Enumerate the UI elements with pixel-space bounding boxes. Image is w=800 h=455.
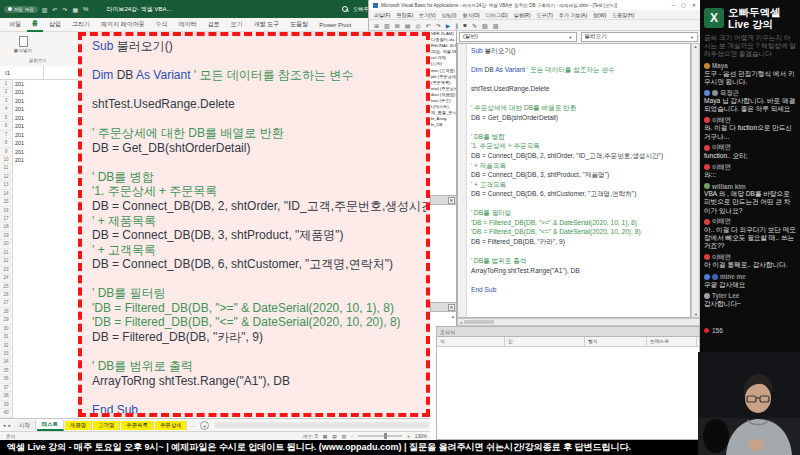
find-icon[interactable]: ◎	[415, 22, 420, 29]
project-tree-item[interactable]: mer (고객명)	[430, 68, 456, 74]
project-tree-item[interactable]: le_DB	[430, 122, 456, 128]
excel-view-icon[interactable]: ⊞	[374, 22, 379, 29]
chat-avatar-icon	[704, 219, 710, 225]
zoom-out-button[interactable]: -	[351, 434, 353, 439]
vba-menu-창(W)[interactable]: 창(W)	[593, 12, 606, 18]
reset-icon[interactable]: ■	[463, 22, 467, 28]
project-explorer[interactable]: VER.XLAM)다중필터.xlaRSONAL.XLSB)24강- 엑셀 VBc…	[430, 31, 457, 195]
vba-menu-형식(O)[interactable]: 형식(O)	[462, 12, 479, 18]
scroll-left-icon[interactable]: ◂	[460, 320, 462, 325]
ribbon-tab-홈[interactable]: 홈	[27, 17, 43, 32]
close-icon[interactable]: ✕	[448, 197, 455, 204]
zoom-level[interactable]: 130%	[415, 434, 427, 439]
ribbon-tab-보기[interactable]: 보기	[226, 18, 248, 31]
close-icon[interactable]: ✕	[448, 304, 455, 311]
object-dropdown[interactable]: (일반) ▼	[459, 32, 577, 42]
ribbon-tab-도움말[interactable]: 도움말	[285, 18, 313, 31]
name-box[interactable]: I1	[0, 66, 44, 80]
properties-icon[interactable]: ▨	[493, 22, 499, 29]
add-sheet-button[interactable]: +	[200, 421, 209, 430]
redo-icon[interactable]: ↷	[62, 6, 67, 13]
undo-icon[interactable]: ↶	[426, 22, 431, 29]
vba-menu-디버그(D)[interactable]: 디버그(D)	[486, 12, 508, 18]
paste-icon[interactable]: ▤	[405, 22, 411, 29]
undo-icon[interactable]: ↶	[52, 6, 57, 13]
sheet-tab-overflow[interactable]: ...	[188, 422, 197, 428]
zoom-slider[interactable]	[358, 435, 402, 437]
presenter-figure	[698, 352, 800, 455]
ribbon-tab-삽입[interactable]: 삽입	[44, 18, 66, 31]
vba-menu-보기(V)[interactable]: 보기(V)	[419, 12, 436, 18]
sheet-tab-시작[interactable]: 시작	[14, 421, 36, 430]
save-icon[interactable]: ▥	[42, 6, 48, 13]
paste-button[interactable]: 붙여넣기	[6, 35, 40, 57]
sheet-tab-제품명[interactable]: 제품명	[65, 421, 92, 430]
vba-menu-삽입(I)[interactable]: 삽입(I)	[442, 12, 457, 18]
sheet-tab-고객명[interactable]: 고객명	[93, 421, 120, 430]
chat-author: Maya	[712, 62, 728, 69]
procedure-dropdown[interactable]: 불러오기 ▼	[581, 32, 699, 42]
break-icon[interactable]: ∥	[455, 22, 458, 29]
ribbon-tab-검토[interactable]: 검토	[203, 18, 225, 31]
vba-menu-도움말(H)[interactable]: 도움말(H)	[612, 12, 634, 18]
scrollbar-thumb[interactable]	[464, 320, 494, 324]
chat-message-header: 이태연	[704, 218, 796, 226]
brand-line1: 오빠두엑셀	[728, 6, 781, 18]
autosave-label: 자동 저장	[14, 7, 34, 12]
sheet-tab-테스트[interactable]: 테스트	[37, 420, 64, 431]
watch-column-값: 값	[505, 337, 585, 346]
vertical-scrollbar[interactable]: ▲ ▼	[691, 43, 700, 318]
grid-icon[interactable]: ▦	[72, 6, 78, 13]
chat-text: 와:::	[704, 171, 796, 179]
chat-text: 아.. 이걸 다 외우다기 보단 메모장에서 빼오듯 필요할 때.. 쓰는거죠?…	[704, 226, 796, 251]
project-explorer-icon[interactable]: ▧	[482, 22, 488, 29]
ribbon-tab-그리기[interactable]: 그리기	[67, 18, 95, 31]
vba-menu-편집(E)[interactable]: 편집(E)	[396, 12, 413, 18]
chat-avatar-icon	[704, 164, 710, 170]
scroll-up-icon[interactable]: ▲	[451, 314, 455, 319]
close-icon[interactable]: ✕	[692, 2, 696, 8]
chat-text: 글씨 크기 어떻게 키우는지 아시는 분 계실까요 ? 채팅창에 알려주셨으면 …	[704, 34, 796, 59]
chat-message-list[interactable]: 글씨 크기 어떻게 키우는지 아시는 분 계실까요 ? 채팅창에 알려주셨으면 …	[700, 34, 800, 325]
code-segment: DB = Connect_DB(DB, 6, shtCustomer, "고객명…	[471, 190, 636, 197]
search-icon[interactable]	[342, 6, 349, 13]
scroll-down-icon[interactable]: ▼	[694, 312, 698, 317]
ribbon-tab-Power Pivot[interactable]: Power Pivot	[314, 20, 356, 30]
vba-menu-도구(T)[interactable]: 도구(T)	[537, 12, 553, 18]
ribbon-tab-개발 도구[interactable]: 개발 도구	[249, 18, 285, 31]
vba-menu-실행(R)[interactable]: 실행(R)	[514, 12, 531, 18]
page-break-view-icon[interactable]: ▥	[342, 434, 347, 439]
sheet-nav-right-icon[interactable]: ▸	[9, 422, 12, 428]
save-icon[interactable]: ▥	[384, 22, 390, 29]
minimize-icon[interactable]: ─	[672, 2, 676, 8]
ribbon-tab-수식[interactable]: 수식	[151, 18, 173, 31]
vba-code-pane[interactable]: Sub 불러오기() Dim DB As Variant ' 모든 데이터를 참…	[457, 43, 691, 318]
row-number: 1	[0, 80, 12, 88]
autosave-toggle[interactable]: 자동 저장	[4, 6, 38, 13]
code-segment: DB = Connect_DB(DB, 3, shtProduct, "제품명"…	[92, 228, 344, 242]
ribbon-tab-데이터[interactable]: 데이터	[174, 18, 202, 31]
design-mode-icon[interactable]: ✎	[472, 22, 477, 29]
percent-icon[interactable]: %	[83, 6, 88, 13]
scroll-up-icon[interactable]: ▲	[692, 44, 699, 49]
chat-message: 이태연아.. 이걸 다 외우다기 보단 메모장에서 빼오듯 필요할 때.. 쓰는…	[704, 218, 796, 251]
ribbon-tab-페이지 레이아웃[interactable]: 페이지 레이아웃	[96, 18, 150, 31]
ribbon-tab-파일[interactable]: 파일	[4, 18, 26, 31]
zoom-in-button[interactable]: +	[407, 434, 410, 439]
vba-menu-파일(F)[interactable]: 파일(F)	[374, 12, 390, 18]
page-layout-view-icon[interactable]: ▤	[332, 434, 337, 439]
sheet-nav-left-icon[interactable]: ◂	[3, 422, 6, 428]
zoom-slider-knob[interactable]	[384, 433, 387, 439]
project-tree-item[interactable]: ple (주문상세(일	[430, 74, 456, 80]
sheet-tab-주문상세[interactable]: 주문상세	[155, 421, 188, 430]
redo-icon[interactable]: ↷	[436, 22, 441, 29]
vba-menu-추가 기능(A)[interactable]: 추가 기능(A)	[559, 12, 587, 18]
run-icon[interactable]: ▶	[446, 22, 451, 29]
copy-icon[interactable]: ⊠	[395, 22, 400, 29]
horizontal-scrollbar[interactable]: ◂	[457, 318, 700, 326]
normal-view-icon[interactable]: ▦	[323, 434, 328, 439]
maximize-icon[interactable]: ▢	[681, 2, 686, 8]
sheet-scrollbar[interactable]	[214, 422, 429, 428]
sheet-tab-주문목록[interactable]: 주문목록	[121, 421, 154, 430]
chat-message: 이태연와:::	[704, 163, 796, 179]
